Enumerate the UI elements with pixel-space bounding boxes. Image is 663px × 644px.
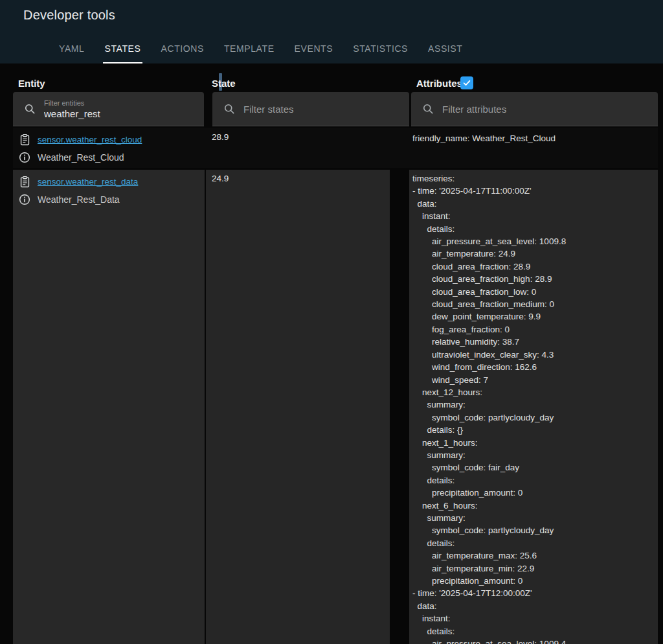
entity-filter-label: Filter entities	[44, 99, 204, 108]
app-header: Developer tools YAML STATES ACTIONS TEMP…	[0, 0, 663, 63]
table-row: sensor.weather_rest_data Weather_Rest_Da…	[13, 170, 205, 644]
attributes-filter-input[interactable]	[442, 104, 647, 115]
page-title: Developer tools	[23, 8, 115, 23]
tab-bar: YAML STATES ACTIONS TEMPLATE EVENTS STAT…	[57, 37, 464, 63]
attributes-value: timeseries: - time: '2025-04-17T11:00:00…	[412, 172, 653, 644]
info-icon[interactable]	[18, 151, 31, 164]
search-icon	[421, 102, 434, 115]
state-filter-box	[212, 92, 409, 126]
entity-filter-box: Filter entities	[13, 92, 204, 126]
entity-filter-input[interactable]	[44, 108, 196, 119]
state-value: 28.9	[212, 132, 229, 142]
state-column-header: State	[212, 78, 236, 89]
entity-link[interactable]: sensor.weather_rest_data	[38, 177, 138, 187]
state-value: 24.9	[212, 174, 229, 183]
info-icon[interactable]	[18, 193, 31, 206]
tab-events[interactable]: EVENTS	[293, 37, 335, 63]
search-icon	[223, 102, 236, 115]
tab-assist[interactable]: ASSIST	[426, 37, 464, 63]
state-filter-input[interactable]	[243, 104, 401, 115]
entity-friendly-name: Weather_Rest_Cloud	[38, 152, 124, 163]
check-icon	[462, 78, 471, 87]
state-cell	[206, 170, 390, 644]
entity-link[interactable]: sensor.weather_rest_cloud	[38, 135, 142, 144]
tab-actions[interactable]: ACTIONS	[159, 37, 205, 63]
tab-statistics[interactable]: STATISTICS	[351, 37, 410, 63]
entity-friendly-name: Weather_Rest_Data	[38, 194, 120, 205]
tab-template[interactable]: TEMPLATE	[222, 37, 276, 63]
search-icon	[23, 102, 36, 115]
tab-yaml[interactable]: YAML	[57, 37, 87, 63]
entity-column-header: Entity	[18, 78, 45, 89]
attributes-filter-box	[411, 92, 658, 126]
attributes-value: friendly_name: Weather_Rest_Cloud	[412, 132, 653, 144]
attributes-checkbox[interactable]	[460, 76, 473, 89]
tab-states[interactable]: STATES	[103, 37, 143, 63]
copy-to-clipboard-icon[interactable]	[18, 175, 31, 188]
developer-tools-screen: Developer tools YAML STATES ACTIONS TEMP…	[0, 0, 663, 644]
copy-to-clipboard-icon[interactable]	[18, 133, 31, 146]
attributes-column-header: Attributes	[416, 78, 462, 89]
